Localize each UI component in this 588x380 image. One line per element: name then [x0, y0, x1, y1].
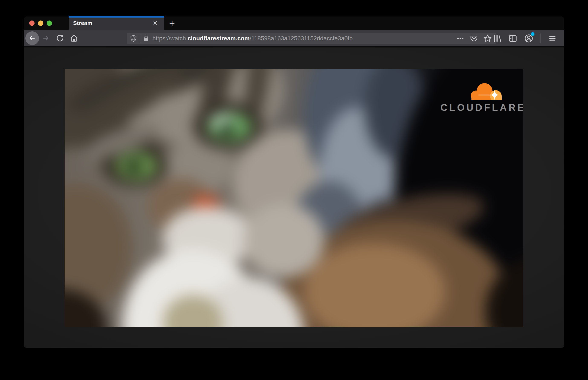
forward-arrow-icon: [42, 34, 50, 42]
pocket-save-icon[interactable]: [470, 35, 478, 42]
toolbar-divider: [540, 34, 541, 43]
cloudflare-wordmark: CLOUDFLARE': [440, 102, 511, 113]
forward-button[interactable]: [42, 34, 50, 42]
page-actions-ellipsis-icon[interactable]: [456, 35, 465, 42]
lock-icon[interactable]: [143, 35, 149, 42]
back-arrow-icon: [28, 34, 36, 42]
url-bar[interactable]: https://watch.cloudflarestream.com/11859…: [127, 33, 496, 44]
video-player[interactable]: CLOUDFLARE': [65, 69, 523, 327]
cat-nose-highlight: [196, 197, 211, 207]
page-content: CLOUDFLARE': [24, 48, 564, 348]
page-actions: [456, 34, 493, 43]
account-button[interactable]: [524, 34, 533, 43]
navigation-toolbar: https://watch.cloudflarestream.com/11859…: [24, 30, 564, 47]
url-prefix: https://watch.: [153, 35, 188, 42]
home-button[interactable]: [70, 34, 78, 42]
account-notification-dot: [531, 32, 535, 36]
url-domain: cloudflarestream.com: [188, 35, 250, 42]
close-window-button[interactable]: [29, 20, 35, 26]
browser-window: Stream ✕ +: [24, 17, 564, 348]
back-button[interactable]: [25, 31, 39, 45]
new-tab-button[interactable]: +: [167, 18, 177, 28]
bookmark-star-icon[interactable]: [483, 34, 492, 43]
library-icon[interactable]: [493, 34, 501, 43]
tab-stream[interactable]: Stream ✕: [69, 17, 164, 30]
sidebar-toggle-icon[interactable]: [508, 34, 517, 43]
cat-jaw: [243, 204, 324, 278]
urlbar-divider: [140, 35, 140, 42]
window-controls: [24, 17, 69, 30]
tracking-protection-shield-icon[interactable]: [130, 35, 137, 42]
tab-close-icon[interactable]: ✕: [151, 19, 160, 28]
toolbar-right-icons: [493, 30, 564, 47]
hamburger-menu-icon[interactable]: [548, 34, 557, 43]
tab-bar: Stream ✕ +: [24, 17, 564, 30]
reload-icon: [56, 34, 64, 42]
zoom-window-button[interactable]: [47, 20, 52, 26]
url-display[interactable]: https://watch.cloudflarestream.com/11859…: [153, 35, 456, 42]
cloudflare-cloud-icon: [468, 81, 504, 102]
cloudflare-watermark: CLOUDFLARE': [440, 81, 511, 113]
reload-button[interactable]: [56, 34, 64, 42]
url-path: /118598a163a125631152ddaccfe3a0fb: [250, 35, 353, 42]
home-icon: [70, 34, 78, 42]
tab-title: Stream: [73, 20, 151, 26]
minimize-window-button[interactable]: [38, 20, 43, 26]
